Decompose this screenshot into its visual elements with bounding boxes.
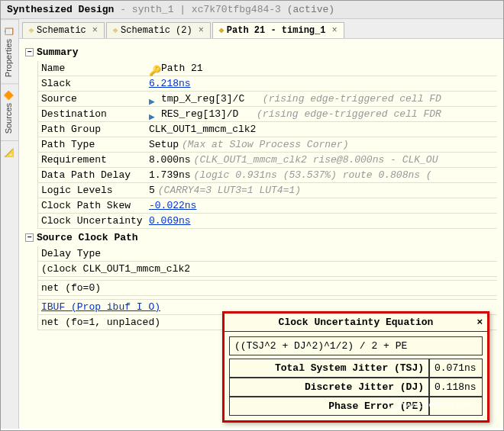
- key-icon: 🔑: [149, 65, 158, 72]
- popup-row-tsj: Total System Jitter (TSJ) 0.071ns: [229, 359, 483, 378]
- row-datapathdelay: Data Path Delay 1.739ns (logic 0.931ns (…: [38, 168, 497, 183]
- summary-header: − Summary: [25, 47, 497, 58]
- tab-path21[interactable]: ⎆Path 21 - timing_1×: [212, 22, 344, 38]
- main-panel: ⎆Schematic× ⎆Schematic (2)× ⎆Path 21 - t…: [19, 19, 503, 429]
- row-logiclevels: Logic Levels 5 (CARRY4=3 LUT3=1 LUT4=1): [38, 183, 497, 198]
- row-pathtype: Path Type Setup (Max at Slow Process Cor…: [38, 137, 497, 153]
- body-area: Properties📋 Sources🔶 📐 ⎆Schematic× ⎆Sche…: [1, 19, 503, 429]
- tab-bar: ⎆Schematic× ⎆Schematic (2)× ⎆Path 21 - t…: [19, 19, 503, 39]
- sidetab-sources[interactable]: Sources🔶: [1, 83, 18, 140]
- close-icon[interactable]: ×: [92, 25, 98, 36]
- row-requirement: Requirement 8.000ns (CLK_OUT1_mmcm_clk2 …: [38, 153, 497, 168]
- scp-row: net (fo=0): [38, 281, 497, 296]
- popup-row-dj: Discrete Jitter (DJ) 0.118ns: [229, 378, 483, 397]
- row-slack: Slack 6.218ns: [38, 76, 497, 92]
- sidetab-other[interactable]: 📐: [1, 140, 18, 166]
- content-area: − Summary Name 🔑Path 21 Slack 6.218ns So…: [19, 39, 503, 429]
- popup-equation: ((TSJ^2 + DJ^2)^1/2) / 2 + PE: [229, 336, 483, 355]
- close-icon[interactable]: ×: [477, 316, 483, 327]
- sidetab-properties[interactable]: Properties📋: [1, 19, 18, 83]
- port-icon: ▶: [149, 95, 158, 103]
- main-window: Synthesized Design - synth_1 | xc7k70tfb…: [0, 0, 504, 431]
- popup-title: Clock Uncertainty Equation ×: [225, 314, 487, 332]
- summary-table: Name 🔑Path 21 Slack 6.218ns Source ▶tmp_…: [37, 61, 497, 229]
- sources-icon: 🔶: [4, 90, 14, 101]
- skew-link[interactable]: -0.022ns: [149, 200, 196, 211]
- watermark: www.elecfans.com: [388, 399, 472, 411]
- slack-link[interactable]: 6.218ns: [149, 78, 191, 89]
- scp-row: (clock CLK_OUT1_mmcm_clk2: [38, 262, 497, 277]
- ibuf-link[interactable]: IBUF (Prop ibuf I O): [41, 301, 160, 313]
- tab-schematic-2[interactable]: ⎆Schematic (2)×: [106, 22, 211, 38]
- close-icon[interactable]: ×: [331, 25, 337, 36]
- tab-schematic[interactable]: ⎆Schematic×: [22, 22, 105, 38]
- collapse-icon[interactable]: −: [25, 48, 34, 56]
- schematic-icon: ⎆: [29, 27, 34, 35]
- collapse-icon[interactable]: −: [25, 233, 34, 242]
- properties-icon: 📋: [4, 26, 14, 37]
- watermark-icon: [388, 399, 400, 411]
- port-icon: ▶: [149, 111, 158, 118]
- row-source: Source ▶tmp_X_reg[3]/C (rising edge-trig…: [38, 92, 497, 107]
- titlebar: Synthesized Design - synth_1 | xc7k70tfb…: [1, 1, 503, 19]
- row-destination: Destination ▶RES_reg[13]/D (rising edge-…: [38, 107, 497, 122]
- side-tab-bar: Properties📋 Sources🔶 📐: [1, 19, 19, 429]
- scp-row: Delay Type: [38, 246, 497, 262]
- uncertainty-link[interactable]: 0.069ns: [149, 215, 191, 227]
- row-name: Name 🔑Path 21: [38, 61, 497, 76]
- title-status: (active): [287, 4, 334, 15]
- title-main: Synthesized Design: [7, 4, 114, 15]
- clock-uncertainty-popup: Clock Uncertainty Equation × ((TSJ^2 + D…: [222, 311, 489, 423]
- title-run: synth_1: [132, 4, 174, 15]
- ruler-icon: 📐: [4, 146, 14, 157]
- timing-icon: ⎆: [219, 27, 224, 35]
- schematic-icon: ⎆: [113, 27, 118, 35]
- row-pathgroup: Path Group CLK_OUT1_mmcm_clk2: [38, 122, 497, 137]
- sourceclock-header: − Source Clock Path: [25, 232, 497, 243]
- row-clockpathskew: Clock Path Skew -0.022ns: [38, 198, 497, 214]
- title-part: xc7k70tfbg484-3: [192, 4, 281, 15]
- close-icon[interactable]: ×: [199, 25, 204, 36]
- row-clockuncertainty: Clock Uncertainty 0.069ns: [38, 214, 497, 229]
